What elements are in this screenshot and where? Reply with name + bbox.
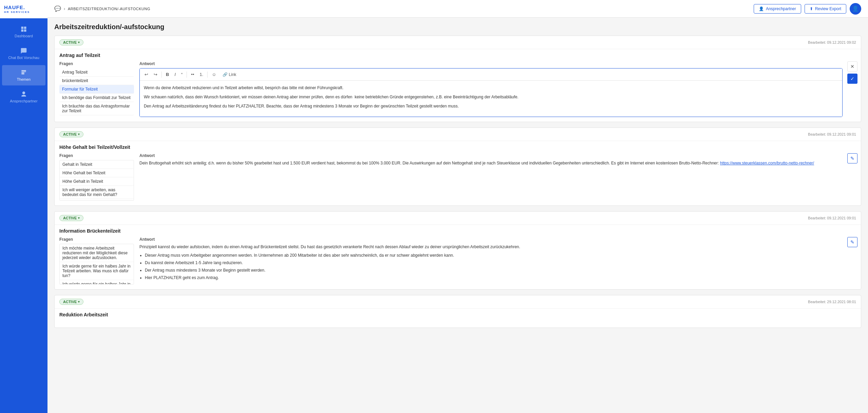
- question-item[interactable]: brückenteilzeit: [59, 77, 134, 85]
- sidebar-item-label-ansprechpartner: Ansprechpartner: [10, 99, 37, 103]
- download-icon: ⬆: [810, 6, 813, 11]
- card3-status-badge[interactable]: ACTIVE ▾: [59, 215, 83, 221]
- question-item[interactable]: Ich benötige das Formblatt zur Teilzeit: [59, 94, 134, 102]
- breadcrumb-icon: 💬: [54, 5, 61, 12]
- card1-questions-header: Fragen: [59, 61, 134, 66]
- card3-answer-panel: Antwort Prinzipiell kannst du wieder auf…: [139, 237, 843, 282]
- card2-timestamp: Bearbeitet: 09.12.2021 09:01: [808, 132, 856, 136]
- editor-para-1: Wenn du deine Arbeitszeit reduzieren und…: [144, 85, 838, 91]
- topbar: 💬 › ARBEITSZEITREDUKTION/-AUFSTOCKUNG 👤 …: [47, 0, 868, 18]
- italic-button[interactable]: I: [172, 71, 178, 78]
- question-item[interactable]: Um wie viel ändert sich mein Gehalt, wen…: [60, 199, 134, 201]
- page-title-row: Arbeitszeitreduktion/-aufstockung: [54, 23, 861, 31]
- card2-answer-link[interactable]: https://www.steuerklassen.com/brutto-net…: [720, 161, 814, 165]
- undo-button[interactable]: ↩: [142, 71, 150, 78]
- breadcrumb-current: ARBEITSZEITREDUKTION/-AUFSTOCKUNG: [68, 7, 150, 11]
- card-antrag-teilzeit: ACTIVE ▾ Bearbeitet: 09.12.2021 09:02 An…: [54, 36, 861, 122]
- bullet-item: Dieser Antrag muss vom Arbeitgeber angen…: [145, 252, 843, 259]
- editor-toolbar: ↩ ↪ B I “ •• 1. ☺: [140, 68, 842, 81]
- person-icon: [20, 91, 27, 98]
- review-export-button[interactable]: ⬆ Review Export: [805, 4, 846, 14]
- book-icon: [20, 69, 27, 76]
- card1-actions: ✕ ✓: [847, 58, 861, 122]
- sidebar-item-dashboard[interactable]: Dashboard: [2, 22, 45, 42]
- ansprechpartner-label: Ansprechpartner: [766, 6, 796, 11]
- question-item[interactable]: Ich würde gerne für ein halbes Jahr in T…: [60, 280, 134, 284]
- card2-answer-text: Dein Bruttogehalt erhöht sich anteilig; …: [139, 160, 843, 166]
- sidebar-item-ansprechpartner[interactable]: Ansprechpartner: [2, 87, 45, 107]
- edit-button-2[interactable]: ✎: [847, 153, 857, 163]
- chevron-down-icon: ▾: [78, 41, 80, 44]
- question-item[interactable]: Höhe Gehalt bei Teilzeit: [60, 169, 134, 177]
- card2-answer-header: Antwort: [139, 153, 843, 158]
- card2-status-badge[interactable]: ACTIVE ▾: [59, 131, 83, 137]
- question-item-selected[interactable]: Formular für Teilzeit: [59, 85, 134, 94]
- redo-button[interactable]: ↪: [152, 71, 159, 78]
- card3-status-label: ACTIVE: [63, 216, 77, 220]
- card1-editor: ↩ ↪ B I “ •• 1. ☺: [139, 68, 843, 117]
- emoji-button[interactable]: ☺: [210, 71, 218, 78]
- card-brueckenteilzeit: ACTIVE ▾ Bearbeitet: 09.12.2021 09:01 In…: [54, 211, 861, 290]
- ansprechpartner-button[interactable]: 👤 Ansprechpartner: [754, 4, 801, 14]
- card-reduktion: ACTIVE ▾ Bearbeitet: 29.12.2021 08:01 Re…: [54, 295, 861, 328]
- sidebar-item-themen[interactable]: Themen: [2, 65, 45, 85]
- card1-status-label: ACTIVE: [63, 40, 77, 44]
- bold-button[interactable]: B: [164, 71, 171, 78]
- edit-button-3[interactable]: ✎: [847, 237, 857, 247]
- card3-answer-header: Antwort: [139, 237, 843, 242]
- card2-questions-panel: Fragen Gehalt in Teilzeit Höhe Gehalt be…: [59, 153, 134, 201]
- main-area: 💬 › ARBEITSZEITREDUKTION/-AUFSTOCKUNG 👤 …: [47, 0, 868, 413]
- question-item[interactable]: Ich würde gerne für ein halbes Jahr in T…: [60, 262, 134, 280]
- chevron-down-icon-2: ▾: [78, 133, 80, 136]
- sidebar-item-chatbot[interactable]: Chat Bot Vorschau: [2, 43, 45, 64]
- card4-header-left: ACTIVE ▾: [59, 299, 83, 305]
- card4-status-badge[interactable]: ACTIVE ▾: [59, 299, 83, 305]
- grid-icon: [20, 26, 27, 33]
- card4-status-label: ACTIVE: [63, 300, 77, 304]
- logo-subtitle: HR SERVICES: [4, 11, 30, 14]
- bullet-list-button[interactable]: ••: [189, 71, 196, 78]
- card1-questions-list: Antrag Teilzeit brückenteilzeit Formular…: [59, 68, 134, 115]
- chevron-down-icon-4: ▾: [78, 300, 80, 303]
- page-title: Arbeitszeitreduktion/-aufstockung: [54, 23, 164, 31]
- question-item[interactable]: Gehalt in Teilzeit: [60, 160, 134, 169]
- card-gehalt: ACTIVE ▾ Bearbeitet: 09.12.2021 09:01 Hö…: [54, 127, 861, 206]
- card2-actions: ✎: [847, 150, 861, 205]
- card4-title: Reduktion Arbeitszeit: [55, 309, 861, 317]
- card4-timestamp: Bearbeitet: 29.12.2021 08:01: [808, 300, 856, 304]
- question-item[interactable]: Ich möchte meine Arbeitszeit reduzieren …: [60, 244, 134, 262]
- bullet-item: Du kannst deine Arbeitszeit 1-5 Jahre la…: [145, 260, 843, 266]
- confirm-button[interactable]: ✓: [847, 74, 857, 84]
- ordered-list-button[interactable]: 1.: [197, 71, 205, 78]
- question-item[interactable]: Ich will weniger arbeiten, was bedeutet …: [60, 186, 134, 199]
- link-button[interactable]: 🔗 Link: [220, 71, 239, 78]
- card2-header: ACTIVE ▾ Bearbeitet: 09.12.2021 09:01: [55, 128, 861, 141]
- logo: HAUFE. HR SERVICES: [0, 0, 47, 18]
- card3-actions: ✎: [847, 234, 861, 289]
- breadcrumb-sep: ›: [64, 6, 65, 11]
- question-item[interactable]: Antrag Teilzeit: [59, 68, 134, 77]
- card3-answer-p1: Prinzipiell kannst du wieder aufstocken,…: [139, 244, 843, 250]
- link-icon: 🔗: [223, 72, 228, 77]
- question-item[interactable]: Höhe Gehalt in Teilzeit: [60, 177, 134, 186]
- bullet-item: Der Antrag muss mindestens 3 Monate vor …: [145, 267, 843, 274]
- person-small-icon: 👤: [759, 6, 764, 11]
- card1-body: Fragen Antrag Teilzeit brückenteilzeit F…: [55, 58, 861, 122]
- editor-content-area[interactable]: Wenn du deine Arbeitszeit reduzieren und…: [140, 81, 842, 117]
- question-item[interactable]: Ich bräuchte das das Antragsformular zur…: [59, 102, 134, 115]
- card3-timestamp: Bearbeitet: 09.12.2021 09:01: [808, 216, 856, 220]
- quote-button[interactable]: “: [179, 71, 185, 78]
- card1-header: ACTIVE ▾ Bearbeitet: 09.12.2021 09:02: [55, 36, 861, 49]
- card3-title: Information Brückenteilzeit: [55, 225, 861, 234]
- card1-title: Antrag auf Teilzeit: [55, 49, 861, 58]
- card2-answer-content: Dein Bruttogehalt erhöht sich anteilig; …: [139, 161, 719, 165]
- editor-para-3: Den Antrag auf Arbeitszeitänderung finde…: [144, 103, 838, 110]
- card1-status-badge[interactable]: ACTIVE ▾: [59, 39, 83, 45]
- cancel-button[interactable]: ✕: [847, 61, 857, 72]
- review-export-label: Review Export: [815, 6, 841, 11]
- user-avatar[interactable]: 👤: [850, 3, 861, 15]
- logo-title: HAUFE.: [4, 5, 30, 11]
- card2-questions-list[interactable]: Gehalt in Teilzeit Höhe Gehalt bei Teilz…: [59, 160, 134, 201]
- card3-questions-list[interactable]: Ich möchte meine Arbeitszeit reduzieren …: [59, 244, 134, 284]
- card4-body-spacer: [55, 317, 861, 328]
